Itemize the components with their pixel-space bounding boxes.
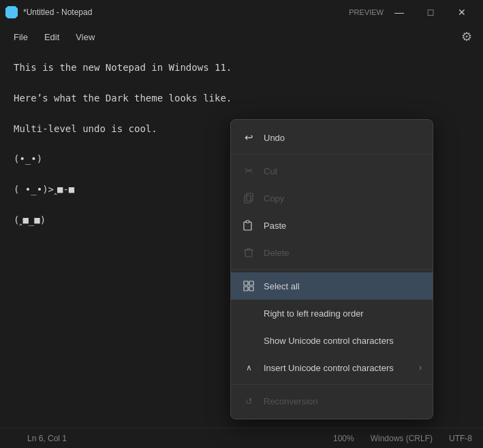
edit-menu[interactable]: Edit — [36, 28, 67, 46]
insert-unicode-label: Insert Unicode control characters — [264, 363, 419, 373]
svg-rect-3 — [246, 221, 249, 223]
editor-line-1: This is the new Notepad in Windows 11. — [14, 60, 469, 75]
svg-rect-1 — [245, 195, 251, 203]
context-menu-reconversion: ↺ Reconversion — [231, 387, 433, 415]
cursor-position: Ln 6, Col 1 — [27, 434, 67, 443]
rtl-icon — [242, 306, 255, 320]
context-separator-2 — [231, 269, 433, 270]
rtl-label: Right to left reading order — [264, 308, 422, 319]
context-menu-paste[interactable]: Paste — [231, 212, 433, 239]
close-button[interactable]: ✕ — [446, 0, 478, 25]
view-menu[interactable]: View — [67, 28, 103, 46]
context-menu-show-unicode[interactable]: Show Unicode control characters — [231, 327, 433, 354]
titlebar: *Untitled - Notepad PREVIEW — □ ✕ — [0, 0, 483, 25]
undo-label: Undo — [264, 133, 422, 143]
zoom-level: 100% — [333, 434, 354, 443]
file-menu[interactable]: File — [5, 28, 36, 46]
reconversion-label: Reconversion — [264, 396, 422, 406]
copy-label: Copy — [264, 193, 422, 204]
preview-badge: PREVIEW — [349, 8, 384, 16]
show-unicode-label: Show Unicode control characters — [264, 336, 422, 346]
svg-rect-11 — [244, 287, 248, 291]
svg-rect-10 — [249, 281, 253, 285]
context-menu-select-all[interactable]: Select all — [231, 272, 433, 300]
context-separator-3 — [231, 384, 433, 385]
delete-label: Delete — [264, 248, 422, 258]
cut-label: Cut — [264, 166, 422, 176]
context-menu-rtl[interactable]: Right to left reading order — [231, 300, 433, 327]
svg-rect-2 — [244, 222, 251, 230]
cut-icon: ✂ — [242, 164, 255, 178]
window-title: *Untitled - Notepad — [23, 7, 345, 17]
svg-rect-0 — [247, 193, 253, 201]
context-separator-1 — [231, 154, 433, 155]
paste-label: Paste — [264, 221, 422, 231]
context-menu-undo[interactable]: ↩ Undo — [231, 124, 433, 151]
line-ending: Windows (CRLF) — [371, 434, 433, 443]
show-unicode-icon — [242, 334, 255, 347]
editor-line-2 — [14, 75, 469, 90]
maximize-button[interactable]: □ — [415, 0, 446, 25]
paste-icon — [242, 219, 255, 232]
context-menu-delete: Delete — [231, 239, 433, 266]
menubar: File Edit View ⚙ — [0, 25, 483, 49]
delete-icon — [242, 246, 255, 259]
settings-button[interactable]: ⚙ — [456, 26, 478, 48]
svg-rect-4 — [245, 250, 252, 257]
context-menu: ↩ Undo ✂ Cut Copy Paste — [230, 119, 433, 419]
encoding: UTF-8 — [449, 434, 472, 443]
insert-unicode-icon: ∧ — [242, 361, 255, 374]
svg-rect-12 — [249, 287, 253, 291]
select-all-icon — [242, 279, 255, 293]
svg-rect-9 — [244, 281, 248, 285]
reconversion-icon: ↺ — [242, 394, 255, 408]
context-menu-copy: Copy — [231, 185, 433, 212]
editor-line-3: Here’s what the Dark theme looks like. — [14, 91, 469, 106]
copy-icon — [242, 191, 255, 205]
undo-icon: ↩ — [242, 131, 255, 144]
select-all-label: Select all — [264, 281, 422, 291]
statusbar: Ln 6, Col 1 100% Windows (CRLF) UTF-8 — [0, 428, 483, 448]
context-menu-cut: ✂ Cut — [231, 157, 433, 185]
minimize-button[interactable]: — — [384, 0, 415, 25]
window-controls: — □ ✕ — [384, 0, 478, 25]
submenu-arrow: › — [419, 363, 422, 372]
app-icon — [5, 6, 18, 18]
context-menu-insert-unicode[interactable]: ∧ Insert Unicode control characters › — [231, 354, 433, 381]
